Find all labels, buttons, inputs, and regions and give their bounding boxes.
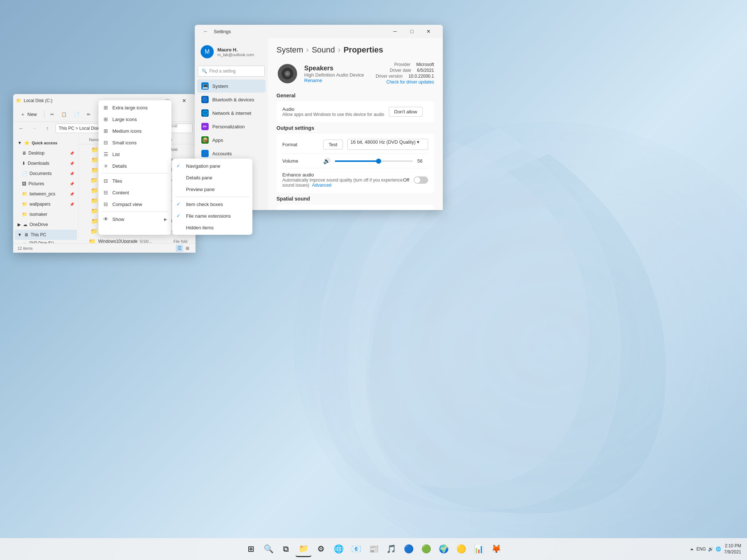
folder-icon: 📁 (90, 177, 98, 184)
enhance-toggle[interactable] (414, 176, 428, 184)
task-view-button[interactable]: ⧉ (278, 541, 294, 557)
taskbar-clock[interactable]: 2:10 PM 7/9/2021 (724, 543, 741, 555)
folder-icon: 📁 (91, 146, 98, 153)
sidebar-item-desktop[interactable]: 🖥 Desktop 📌 (15, 148, 77, 158)
sidebar-item-this-pc[interactable]: ▼ 🖥 This PC (15, 230, 77, 240)
menu-item-content[interactable]: ⊟ Content (98, 187, 171, 198)
file-explorer-taskbar[interactable]: 📁 (295, 541, 311, 557)
settings-main: System › Sound › Properties Speaker (268, 38, 443, 210)
start-button[interactable]: ⊞ (243, 541, 259, 557)
sidebar-label: Quick access (32, 141, 57, 145)
menu-item-tiles[interactable]: ⊟ Tiles (98, 175, 171, 187)
check-icon: ✓ (177, 163, 182, 168)
audio-info: Audio Allow apps and Windows to use this… (282, 106, 384, 117)
menu-item-details[interactable]: ≡ Details (98, 160, 171, 172)
firefox-taskbar[interactable]: 🦊 (488, 541, 504, 557)
rename-button[interactable]: ✏ (84, 109, 93, 120)
enhance-controls: Off (403, 176, 428, 184)
forward-button[interactable]: → (29, 123, 39, 133)
check-driver-link[interactable]: Check for driver updates (386, 79, 434, 85)
icon: ☰ (103, 151, 109, 157)
desktop-icon: 🖥 (22, 151, 26, 156)
show-item-check-boxes[interactable]: ✓ Item check boxes (172, 198, 252, 210)
enhance-desc: Automatically improve sound quality (tur… (282, 178, 403, 188)
toolbar-separator (44, 111, 44, 118)
sidebar-label: Downloads (28, 161, 49, 166)
settings-back-button[interactable]: ← (201, 26, 211, 36)
sidebar-item-wallpapers[interactable]: 📁 wallpapers 📌 (15, 199, 77, 209)
sidebar-label: Documents (30, 171, 52, 176)
device-rename[interactable]: Rename (304, 78, 364, 83)
volume-icon[interactable]: 🔊 (708, 547, 713, 552)
documents-icon: 📄 (22, 171, 27, 176)
list-view-button[interactable]: ☰ (176, 245, 183, 252)
sidebar-item-quick-access[interactable]: ▼ ⭐ Quick access (15, 138, 77, 148)
office-taskbar[interactable]: 🟡 (453, 541, 469, 557)
excel-taskbar[interactable]: 📊 (471, 541, 487, 557)
user-profile[interactable]: M Mauro H. m_lab@outlook.com (195, 41, 268, 63)
settings-close-button[interactable]: ✕ (420, 26, 437, 37)
show-item-navigation-pane[interactable]: ✓ Navigation pane (172, 160, 252, 172)
paste-button[interactable]: 📄 (71, 109, 82, 120)
spatial-type-label: Type (282, 210, 348, 210)
spatial-type-row: Type Choose an immersive audio experienc… (282, 210, 428, 210)
breadcrumb-sound[interactable]: Sound (312, 45, 335, 55)
network-icon[interactable]: 🌐 (716, 547, 721, 552)
driver-date-value: 6/5/2021 (417, 68, 434, 73)
edge-taskbar[interactable]: 🌐 (330, 541, 347, 557)
menu-item-large[interactable]: ⊞ Large icons (98, 113, 171, 125)
grid-view-button[interactable]: ⊞ (184, 245, 191, 252)
sidebar-item-onedrive[interactable]: ▶ ☁ OneDrive (15, 219, 77, 230)
teams-taskbar[interactable]: 🔵 (400, 541, 417, 557)
groove-taskbar[interactable]: 🎵 (383, 541, 399, 557)
breadcrumb-system[interactable]: System (276, 45, 303, 55)
chrome-taskbar[interactable]: 🌍 (436, 541, 452, 557)
mail-taskbar[interactable]: 📧 (348, 541, 364, 557)
back-button[interactable]: ← (16, 123, 26, 133)
format-select[interactable]: 16 bit, 48000 Hz (DVD Quality) ▾ (347, 139, 428, 150)
folder-icon: 📁 (91, 218, 98, 225)
sidebar-item-downloads[interactable]: ⬇ Downloads 📌 (15, 158, 77, 168)
menu-item-small[interactable]: ⊟ Small icons (98, 137, 171, 148)
language-indicator[interactable]: ENG (696, 547, 706, 552)
settings-minimize-button[interactable]: ─ (387, 26, 403, 37)
settings-search-box[interactable]: 🔍 Find a setting (198, 66, 265, 77)
volume-slider[interactable] (335, 160, 413, 162)
table-row[interactable]: 📁Windows10Upgrade 5/18/... File fold (79, 236, 196, 243)
audio-row: Audio Allow apps and Windows to use this… (282, 106, 428, 117)
menu-separator (101, 173, 169, 174)
sidebar-item-between-pcs[interactable]: 📁 between_pcs 📌 (15, 189, 77, 199)
show-item-preview-pane[interactable]: Preview pane (172, 183, 252, 195)
sidebar-item-pictures[interactable]: 🖼 Pictures 📌 (15, 179, 77, 189)
show-item-details-pane[interactable]: Details pane (172, 172, 252, 183)
pin-icon: 📌 (70, 192, 74, 196)
dont-allow-button[interactable]: Don't allow (389, 107, 423, 117)
settings-nav-system[interactable]: 💻 System (197, 79, 266, 93)
settings-taskbar[interactable]: ⚙ (313, 541, 329, 557)
news-taskbar[interactable]: 📰 (365, 541, 382, 557)
up-arrow-icon[interactable]: ⏶ (690, 547, 694, 552)
new-button[interactable]: ＋ New (16, 109, 41, 120)
search-icon: 🔍 (202, 69, 207, 74)
menu-item-medium[interactable]: ⊞ Medium icons (98, 125, 171, 137)
menu-item-show[interactable]: 👁 Show ▶ (98, 213, 171, 225)
sidebar-item-isomaker[interactable]: 📁 isomaker (15, 209, 77, 219)
up-button[interactable]: ↑ (42, 123, 53, 133)
spotify-taskbar[interactable]: 🟢 (418, 541, 434, 557)
settings-maximize-button[interactable]: □ (403, 26, 420, 37)
provider-value: Microsoft (416, 62, 434, 67)
menu-item-compact[interactable]: ⊟ Compact view (98, 198, 171, 210)
settings-titlebar: ← Settings ─ □ ✕ (195, 25, 443, 38)
cut-button[interactable]: ✂ (47, 109, 57, 120)
menu-item-list[interactable]: ☰ List (98, 148, 171, 160)
show-item-file-extensions[interactable]: ✓ File name extensions (172, 210, 252, 222)
search-button[interactable]: 🔍 (260, 541, 276, 557)
advanced-link[interactable]: Advanced (312, 183, 331, 188)
taskbar: ⊞ 🔍 ⧉ 📁 ⚙ 🌐 📧 📰 🎵 🔵 🟢 🌍 🟡 📊 🦊 ⏶ ENG 🔊 🌐 … (0, 538, 747, 560)
show-item-hidden[interactable]: Hidden items (172, 222, 252, 233)
menu-item-extra-large[interactable]: ⊞ Extra large icons (98, 102, 171, 113)
copy-button[interactable]: 📋 (58, 109, 70, 120)
sidebar-item-dvd[interactable]: 💿 DVD Drive (D:) CCSA_X64FRE_EN-US_D (15, 240, 77, 243)
sidebar-item-documents[interactable]: 📄 Documents 📌 (15, 168, 77, 179)
test-button[interactable]: Test (323, 140, 343, 149)
